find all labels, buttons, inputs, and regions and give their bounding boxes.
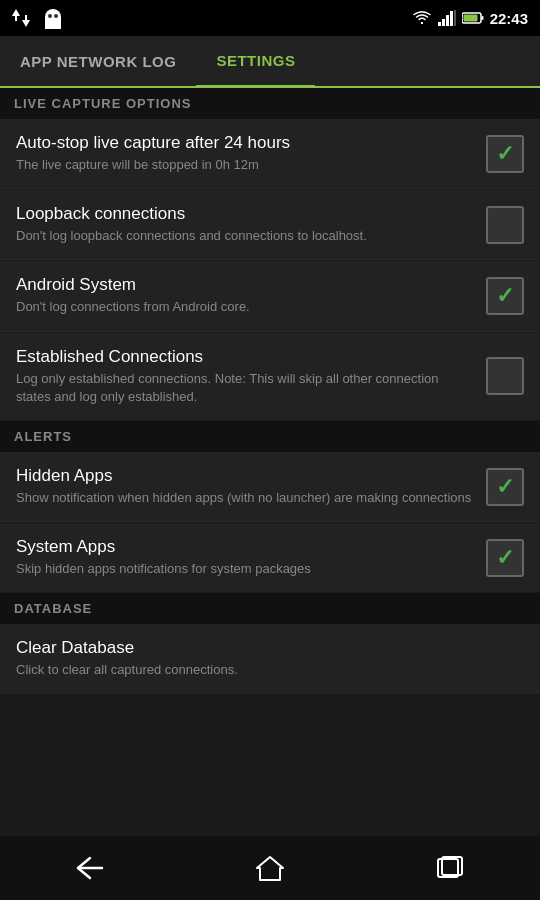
setting-android-system-title: Android System <box>16 275 474 295</box>
setting-auto-stop-desc: The live capture will be stopped in 0h 1… <box>16 156 474 174</box>
recents-button[interactable] <box>420 848 480 888</box>
alerts-settings: Hidden Apps Show notification when hidde… <box>0 452 540 592</box>
svg-rect-13 <box>454 10 456 26</box>
tab-settings[interactable]: SETTINGS <box>196 36 315 88</box>
section-header-live-capture: LIVE CAPTURE OPTIONS <box>0 88 540 119</box>
status-time: 22:43 <box>490 10 528 27</box>
setting-system-apps[interactable]: System Apps Skip hidden apps notificatio… <box>0 523 540 592</box>
svg-rect-15 <box>481 16 483 20</box>
status-bar-right: 22:43 <box>412 10 528 27</box>
setting-system-apps-title: System Apps <box>16 537 474 557</box>
svg-rect-12 <box>450 11 453 26</box>
settings-content: LIVE CAPTURE OPTIONS Auto-stop live capt… <box>0 88 540 836</box>
svg-rect-10 <box>442 19 445 26</box>
tab-bar: APP NETWORK LOG SETTINGS <box>0 36 540 88</box>
tab-app-network-log[interactable]: APP NETWORK LOG <box>0 36 196 86</box>
setting-clear-database[interactable]: Clear Database Click to clear all captur… <box>0 624 540 693</box>
database-settings: Clear Database Click to clear all captur… <box>0 624 540 693</box>
nav-bar <box>0 836 540 900</box>
home-button[interactable] <box>240 848 300 888</box>
svg-rect-9 <box>438 22 441 26</box>
svg-rect-3 <box>25 15 27 20</box>
checkbox-auto-stop[interactable]: ✓ <box>486 135 524 173</box>
section-header-alerts: ALERTS <box>0 421 540 452</box>
setting-android-system-desc: Don't log connections from Android core. <box>16 298 474 316</box>
svg-rect-11 <box>446 15 449 26</box>
setting-system-apps-desc: Skip hidden apps notifications for syste… <box>16 560 474 578</box>
app-icon <box>42 7 64 29</box>
setting-established-title: Established Connections <box>16 347 474 367</box>
wifi-icon <box>412 10 432 26</box>
svg-point-7 <box>48 14 52 18</box>
status-bar: 22:43 <box>0 0 540 36</box>
setting-auto-stop-title: Auto-stop live capture after 24 hours <box>16 133 474 153</box>
setting-loopback-desc: Don't log loopback connections and conne… <box>16 227 474 245</box>
network-arrows-icon <box>12 9 34 27</box>
checkbox-established[interactable] <box>486 357 524 395</box>
svg-rect-16 <box>463 15 477 22</box>
setting-hidden-apps[interactable]: Hidden Apps Show notification when hidde… <box>0 452 540 522</box>
svg-marker-1 <box>22 20 30 27</box>
back-button[interactable] <box>60 848 120 888</box>
setting-hidden-apps-title: Hidden Apps <box>16 466 474 486</box>
section-header-database: DATABASE <box>0 593 540 624</box>
svg-marker-0 <box>12 9 20 16</box>
checkbox-android-system[interactable]: ✓ <box>486 277 524 315</box>
svg-rect-2 <box>15 16 17 21</box>
home-icon <box>255 854 285 882</box>
setting-established-desc: Log only established connections. Note: … <box>16 370 474 406</box>
setting-android-system[interactable]: Android System Don't log connections fro… <box>0 261 540 331</box>
back-icon <box>72 854 108 882</box>
recents-icon <box>436 855 464 881</box>
setting-hidden-apps-desc: Show notification when hidden apps (with… <box>16 489 474 507</box>
setting-clear-db-desc: Click to clear all captured connections. <box>16 661 512 679</box>
setting-established-connections[interactable]: Established Connections Log only establi… <box>0 333 540 420</box>
setting-loopback[interactable]: Loopback connections Don't log loopback … <box>0 190 540 260</box>
svg-point-8 <box>54 14 58 18</box>
setting-loopback-title: Loopback connections <box>16 204 474 224</box>
status-bar-left <box>12 7 64 29</box>
setting-auto-stop[interactable]: Auto-stop live capture after 24 hours Th… <box>0 119 540 189</box>
live-capture-settings: Auto-stop live capture after 24 hours Th… <box>0 119 540 420</box>
battery-icon <box>462 11 484 25</box>
signal-icon <box>438 10 456 26</box>
checkbox-loopback[interactable] <box>486 206 524 244</box>
checkbox-system-apps[interactable]: ✓ <box>486 539 524 577</box>
setting-clear-db-title: Clear Database <box>16 638 512 658</box>
checkbox-hidden-apps[interactable]: ✓ <box>486 468 524 506</box>
